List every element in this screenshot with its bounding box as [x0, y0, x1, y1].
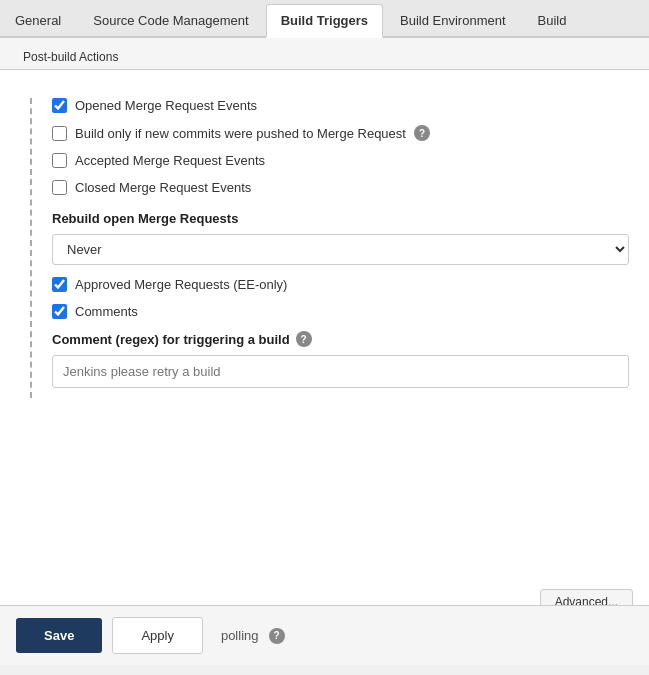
comment-regex-input[interactable] — [52, 355, 629, 388]
tab-source-code[interactable]: Source Code Management — [78, 4, 263, 36]
partial-text: polling — [221, 628, 259, 643]
tab-build[interactable]: Build — [523, 4, 582, 36]
label-approved-merge[interactable]: Approved Merge Requests (EE-only) — [75, 277, 287, 292]
checkbox-approved-merge[interactable] — [52, 277, 67, 292]
checkbox-row-closed-merge: Closed Merge Request Events — [52, 180, 629, 195]
help-icon-new-commits[interactable]: ? — [414, 125, 430, 141]
sub-tab-bar: Post-build Actions — [0, 38, 649, 70]
checkbox-row-new-commits: Build only if new commits were pushed to… — [52, 125, 629, 141]
tab-bar: General Source Code Management Build Tri… — [0, 0, 649, 38]
label-comments[interactable]: Comments — [75, 304, 138, 319]
label-opened-merge[interactable]: Opened Merge Request Events — [75, 98, 257, 113]
checkbox-accepted-merge[interactable] — [52, 153, 67, 168]
checkbox-row-comments: Comments — [52, 304, 629, 319]
help-icon-comment-regex[interactable]: ? — [296, 331, 312, 347]
checkbox-row-approved-merge: Approved Merge Requests (EE-only) — [52, 277, 629, 292]
triggers-section: Opened Merge Request Events Build only i… — [30, 98, 629, 398]
tab-build-triggers[interactable]: Build Triggers — [266, 4, 383, 38]
checkbox-row-accepted-merge: Accepted Merge Request Events — [52, 153, 629, 168]
main-content: Opened Merge Request Events Build only i… — [0, 70, 649, 665]
checkbox-closed-merge[interactable] — [52, 180, 67, 195]
apply-button[interactable]: Apply — [112, 617, 203, 654]
label-new-commits[interactable]: Build only if new commits were pushed to… — [75, 126, 406, 141]
bottom-bar: Save Apply polling ? — [0, 605, 649, 665]
checkbox-row-opened-merge: Opened Merge Request Events — [52, 98, 629, 113]
checkbox-new-commits[interactable] — [52, 126, 67, 141]
help-icon-polling[interactable]: ? — [269, 628, 285, 644]
label-accepted-merge[interactable]: Accepted Merge Request Events — [75, 153, 265, 168]
sub-tab-post-build[interactable]: Post-build Actions — [10, 44, 131, 69]
comment-regex-label-row: Comment (regex) for triggering a build ? — [52, 331, 629, 347]
save-button[interactable]: Save — [16, 618, 102, 653]
checkbox-opened-merge[interactable] — [52, 98, 67, 113]
checkbox-comments[interactable] — [52, 304, 67, 319]
tab-general[interactable]: General — [0, 4, 76, 36]
label-closed-merge[interactable]: Closed Merge Request Events — [75, 180, 251, 195]
never-dropdown-row: Never Always On push — [52, 234, 629, 265]
rebuild-dropdown[interactable]: Never Always On push — [52, 234, 629, 265]
comment-regex-label: Comment (regex) for triggering a build — [52, 332, 290, 347]
rebuild-section-header: Rebuild open Merge Requests — [52, 211, 629, 226]
tab-build-environment[interactable]: Build Environment — [385, 4, 521, 36]
